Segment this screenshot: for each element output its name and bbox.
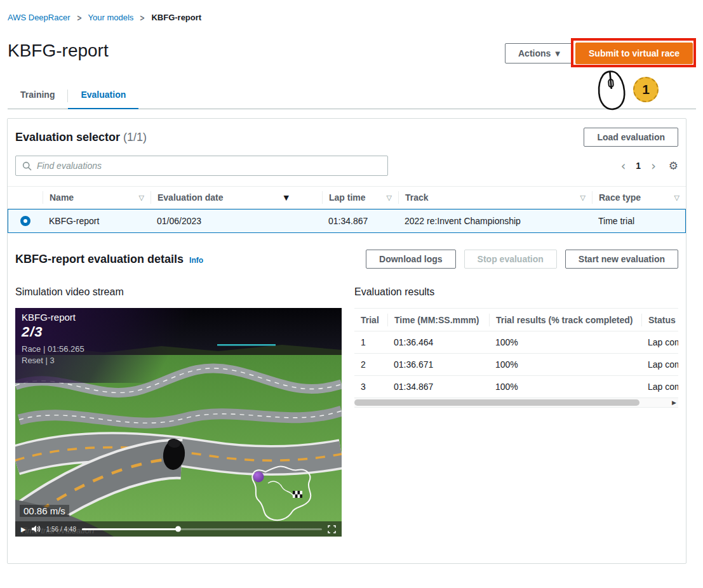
sort-descending-icon: ▼ [284, 194, 289, 202]
mouse-cursor-icon [593, 69, 631, 113]
scroll-right-icon[interactable]: ▶ [672, 399, 676, 406]
video-column: Simulation video stream [15, 285, 342, 537]
scrollbar-thumb[interactable] [354, 399, 639, 406]
breadcrumb-current: KBFG-report [151, 13, 201, 22]
search-box [15, 156, 388, 176]
horizontal-scrollbar[interactable]: ▶ [354, 398, 678, 408]
results-row-status: Lap com [641, 382, 678, 392]
tab-bar: Training Evaluation [8, 81, 696, 109]
page-number[interactable]: 1 [636, 161, 641, 171]
evaluation-details-body: Simulation video stream [8, 269, 686, 537]
row-lap-time: 01:34.867 [322, 216, 398, 226]
evaluation-selector-header: Evaluation selector (1/1) Load evaluatio… [8, 119, 686, 152]
results-row-time: 01:36.671 [387, 359, 489, 370]
row-radio-selected[interactable] [20, 216, 30, 226]
column-header-evaluation-date[interactable]: Evaluation date ▼ [151, 191, 322, 204]
evaluation-table-row[interactable]: KBFG-report 01/06/2023 01:34.867 2022 re… [8, 209, 686, 233]
results-row-time: 01:34.867 [387, 382, 489, 392]
start-new-evaluation-button[interactable]: Start new evaluation [565, 250, 678, 269]
search-icon [22, 161, 32, 171]
step-badge: 1 [633, 77, 659, 102]
evaluation-selector-title: Evaluation selector (1/1) [15, 131, 147, 144]
row-evaluation-date: 01/06/2023 [151, 216, 322, 226]
selector-table-header: Name ▽ Evaluation date ▼ Lap time ▽ Trac… [8, 186, 686, 209]
column-header-race-type-label: Race type [599, 192, 641, 203]
search-input[interactable] [37, 161, 381, 171]
results-section-title: Evaluation results [354, 285, 678, 299]
video-progress-bar[interactable] [82, 528, 322, 530]
row-race-type: Time trial [592, 216, 686, 226]
column-header-track-label: Track [405, 192, 429, 203]
results-table-header: Trial Time (MM:SS.mmm) Trial results (% … [354, 309, 678, 331]
video-progress-played [82, 528, 178, 530]
column-header-lap-time-label: Lap time [329, 192, 366, 203]
video-progress-knob[interactable] [175, 526, 181, 532]
volume-icon[interactable] [32, 525, 41, 533]
stop-evaluation-button: Stop evaluation [464, 250, 557, 269]
previous-page-icon[interactable]: ‹ [621, 160, 626, 172]
load-evaluation-button[interactable]: Load evaluation [584, 128, 678, 147]
evaluation-details-title: KBFG-report evaluation details Info [15, 253, 203, 266]
video-speed: 00.86 m/s [20, 505, 69, 517]
evaluation-selector-toolbar: ‹ 1 › ⚙ [8, 152, 686, 186]
chevron-right-icon: > [77, 12, 82, 22]
play-icon[interactable]: ▶ [21, 526, 26, 533]
breadcrumb-link-your-models[interactable]: Your models [88, 13, 134, 22]
tab-evaluation[interactable]: Evaluation [68, 90, 138, 109]
results-column-time: Time (MM:SS.mmm) [387, 314, 489, 326]
details-button-group: Download logs Stop evaluation Start new … [366, 250, 678, 269]
download-logs-button[interactable]: Download logs [366, 250, 456, 269]
chevron-right-icon: > [140, 12, 145, 22]
results-column-trial: Trial [354, 314, 387, 326]
breadcrumb-link-aws-deepracer[interactable]: AWS DeepRacer [8, 13, 70, 22]
column-header-lap-time[interactable]: Lap time ▽ [322, 191, 398, 204]
evaluation-selector-count: (1/1) [123, 131, 147, 144]
results-row-time: 01:36.464 [387, 337, 489, 347]
results-row-trial: 3 [354, 382, 387, 392]
column-header-name-label: Name [50, 192, 74, 203]
video-control-bar: ▶ 1:56 / 4:48 [15, 521, 342, 537]
evaluation-selector-title-text: Evaluation selector [15, 131, 120, 144]
gear-icon[interactable]: ⚙ [669, 159, 678, 172]
results-row: 3 01:34.867 100% Lap com [354, 376, 678, 398]
pagination: ‹ 1 › ⚙ [621, 159, 678, 172]
fullscreen-icon[interactable] [328, 525, 336, 533]
results-row-trial: 1 [354, 337, 387, 347]
next-page-icon[interactable]: › [651, 160, 656, 172]
filter-icon: ▽ [139, 194, 144, 202]
page-title: KBFG-report [8, 41, 109, 61]
results-row: 1 01:36.464 100% Lap com [354, 331, 678, 354]
results-row-result: 100% [489, 359, 641, 370]
filter-icon: ▽ [674, 194, 680, 202]
video-section-title: Simulation video stream [15, 285, 342, 299]
video-reset-count: Reset | 3 [22, 356, 55, 365]
results-column: Evaluation results Trial Time (MM:SS.mmm… [354, 285, 678, 537]
evaluation-details-title-text: KBFG-report evaluation details [15, 253, 184, 266]
info-link[interactable]: Info [189, 256, 203, 265]
column-header-race-type[interactable]: Race type ▽ [592, 191, 686, 204]
selection-column-header [8, 191, 43, 204]
actions-button-label: Actions [518, 48, 551, 58]
row-name: KBFG-report [43, 216, 151, 226]
results-column-status: Status [641, 314, 678, 326]
row-track: 2022 re:Invent Championship [398, 216, 592, 226]
results-table: Trial Time (MM:SS.mmm) Trial results (% … [354, 308, 678, 398]
car-position-marker [253, 472, 264, 483]
column-header-name[interactable]: Name ▽ [43, 191, 151, 204]
video-trial-progress: 2/3 [22, 324, 43, 340]
column-header-track[interactable]: Track ▽ [398, 191, 592, 204]
submit-to-virtual-race-button[interactable]: Submit to virtual race [575, 43, 693, 64]
filter-icon: ▽ [580, 194, 586, 202]
results-row-result: 100% [489, 337, 641, 347]
actions-button[interactable]: Actions ▼ [505, 43, 573, 63]
simulation-video-player[interactable]: KBFG-report 2/3 Race | 01:56.265 Reset |… [15, 308, 342, 537]
video-model-name: KBFG-report [22, 312, 76, 323]
evaluation-details-header: KBFG-report evaluation details Info Down… [8, 233, 686, 269]
evaluation-panel: Evaluation selector (1/1) Load evaluatio… [7, 118, 686, 564]
results-row-status: Lap com [641, 337, 678, 347]
results-row-trial: 2 [354, 359, 387, 370]
video-time-display: 1:56 / 4:48 [46, 526, 76, 533]
caret-down-icon: ▼ [555, 50, 560, 57]
column-header-evaluation-date-label: Evaluation date [157, 192, 223, 203]
tab-training[interactable]: Training [8, 90, 67, 109]
